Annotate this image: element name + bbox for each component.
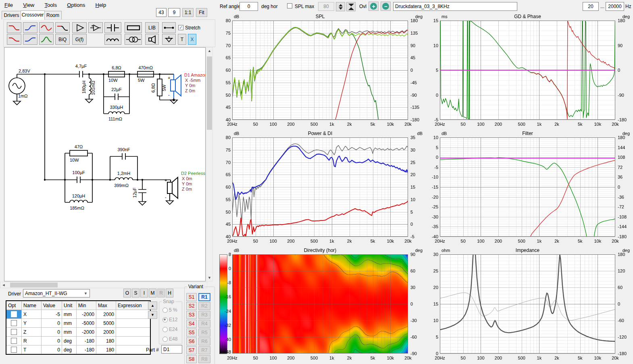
shelf-filter-icon[interactable] xyxy=(55,22,70,33)
optimizer-i-button[interactable]: I xyxy=(140,289,148,297)
grid-rows-input[interactable]: 9 xyxy=(168,8,180,17)
variant-r4[interactable]: R4 xyxy=(198,320,210,328)
menu-file[interactable]: File xyxy=(0,0,17,10)
menu-tools[interactable]: Tools xyxy=(40,0,61,10)
variant-s1[interactable]: S1 xyxy=(186,293,197,301)
transfer-function-button[interactable]: G(f) xyxy=(72,34,87,45)
optimizer-o-button[interactable]: O xyxy=(123,289,131,297)
overlay-add-button[interactable]: + xyxy=(369,2,379,11)
optimizer-m-button[interactable]: M xyxy=(149,289,156,297)
component-l4[interactable] xyxy=(110,178,137,180)
freq-max-input[interactable]: 20000 xyxy=(606,2,624,11)
menu-view[interactable]: View xyxy=(19,0,39,10)
inductor-icon[interactable] xyxy=(104,34,121,45)
text-tool-button[interactable]: T xyxy=(178,34,186,45)
component-c1[interactable] xyxy=(79,71,83,77)
zoom-1to1-button[interactable]: 1:1 xyxy=(182,8,194,17)
tab-drivers[interactable]: Drivers xyxy=(2,11,21,19)
zoom-fit-button[interactable]: Fit xyxy=(196,8,207,17)
component-l3[interactable] xyxy=(65,200,92,203)
normalize-button[interactable] xyxy=(346,2,356,11)
grid-cols-input[interactable]: 43 xyxy=(156,8,167,17)
table-row[interactable]: X-5 mm-2000 2000 xyxy=(6,310,150,319)
peak-eq-icon[interactable] xyxy=(39,34,54,45)
part-number-input[interactable]: D1 xyxy=(161,345,182,354)
variant-s2[interactable]: S2 xyxy=(186,302,197,310)
table-row[interactable]: T0 deg-180 180 xyxy=(6,345,150,355)
variant-s6[interactable]: S6 xyxy=(186,337,197,345)
schematic-vscrollbar[interactable]: ▲ ▼ xyxy=(206,47,213,281)
variant-r6[interactable]: R6 xyxy=(198,337,210,345)
impedance-chart-canvas xyxy=(426,247,632,363)
driver-select[interactable]: Amazon_HT_II-WG ▼ xyxy=(23,289,90,297)
delete-tool-button[interactable]: X xyxy=(188,34,196,45)
spl-max-checkbox[interactable] xyxy=(287,3,292,8)
component-d1-speaker[interactable] xyxy=(171,74,181,100)
menu-options[interactable]: Options xyxy=(62,0,90,10)
spl-max-input[interactable]: 80 xyxy=(318,2,334,11)
capacitor-icon[interactable] xyxy=(104,22,121,33)
snap-e48-radio[interactable] xyxy=(162,337,168,342)
highpass-filter-icon[interactable] xyxy=(23,22,37,33)
component-r4[interactable] xyxy=(65,150,92,156)
schematic-hscrollbar[interactable]: ◄ ► xyxy=(0,282,207,288)
optimizer-h-button[interactable]: H xyxy=(166,289,173,297)
variant-r8[interactable]: R8 xyxy=(198,355,210,363)
schematic-editor[interactable]: 2,83V 1mΩ 4,7µF 180µH 101mΩ 6,8Ω 10W 22µ… xyxy=(4,47,206,281)
resistor-icon[interactable] xyxy=(125,22,142,33)
lowshelf-filter-icon[interactable] xyxy=(7,34,21,45)
bandpass-filter-icon[interactable] xyxy=(39,22,54,33)
table-row[interactable]: R0 deg-180 180 xyxy=(6,337,150,345)
biquad-button[interactable]: BiQ xyxy=(55,34,70,45)
component-c2[interactable] xyxy=(104,94,129,100)
speaker-icon[interactable] xyxy=(145,34,159,45)
opt-checkbox-cell[interactable] xyxy=(6,328,22,337)
snap-5pct-radio[interactable] xyxy=(162,308,168,313)
tab-crossover[interactable]: Crossover xyxy=(21,10,45,20)
variant-r7[interactable]: R7 xyxy=(198,346,210,354)
variant-r3[interactable]: R3 xyxy=(198,311,210,319)
component-c4[interactable] xyxy=(110,153,137,160)
wire-icon[interactable] xyxy=(162,22,176,33)
variant-s7[interactable]: S7 xyxy=(186,346,197,354)
highshelf-filter-icon[interactable] xyxy=(23,34,37,45)
table-row[interactable]: Y0 mm-5000 5000 xyxy=(6,319,150,328)
snap-e12-radio[interactable] xyxy=(162,317,168,322)
component-l2[interactable] xyxy=(104,112,129,114)
variant-s8[interactable]: S8 xyxy=(186,355,197,363)
transformer-icon[interactable] xyxy=(125,34,142,45)
component-c3[interactable] xyxy=(65,177,92,183)
component-d2-speaker[interactable] xyxy=(167,177,178,201)
variant-r1[interactable]: R1 xyxy=(198,293,210,301)
menu-help[interactable]: Help xyxy=(91,0,110,10)
opt-checkbox-cell[interactable] xyxy=(6,337,22,345)
optimizer-s-button[interactable]: S xyxy=(132,289,140,297)
stretch-checkbox[interactable]: ✓ xyxy=(178,25,183,30)
freq-min-input[interactable]: 20 xyxy=(583,2,599,11)
move-down-button[interactable]: ▼ xyxy=(148,311,157,319)
library-button[interactable]: LIB xyxy=(145,22,159,33)
spl-max-spinner[interactable] xyxy=(336,2,345,11)
move-up-button[interactable]: ▲ xyxy=(148,302,157,310)
variant-r2[interactable]: R2 xyxy=(198,302,210,310)
variant-r5[interactable]: R5 xyxy=(198,329,210,337)
component-c5[interactable] xyxy=(138,180,146,205)
ground-icon[interactable] xyxy=(162,34,176,45)
variant-s4[interactable]: S4 xyxy=(186,320,197,328)
amplifier-icon[interactable] xyxy=(72,22,87,33)
table-row[interactable]: Z0 mm-2000 2000 xyxy=(6,328,150,337)
opt-checkbox-cell[interactable] xyxy=(6,310,22,319)
overlay-remove-button[interactable]: − xyxy=(381,2,391,11)
overlay-name-input[interactable]: Druckdatera_03_3_8KHz xyxy=(393,2,517,11)
ref-angle-input[interactable]: 0 xyxy=(239,2,258,11)
tab-room[interactable]: Room xyxy=(44,11,62,19)
opt-checkbox-cell[interactable] xyxy=(6,345,22,355)
controlled-source-icon[interactable] xyxy=(88,22,103,33)
optimizer-r-button[interactable]: R xyxy=(157,289,165,297)
opt-checkbox-cell[interactable] xyxy=(6,319,22,328)
snap-e24-radio[interactable] xyxy=(162,327,168,332)
variant-s3[interactable]: S3 xyxy=(186,311,197,319)
lowpass-filter-icon[interactable] xyxy=(7,22,21,33)
col-min: Min xyxy=(77,301,96,310)
variant-s5[interactable]: S5 xyxy=(186,329,197,337)
